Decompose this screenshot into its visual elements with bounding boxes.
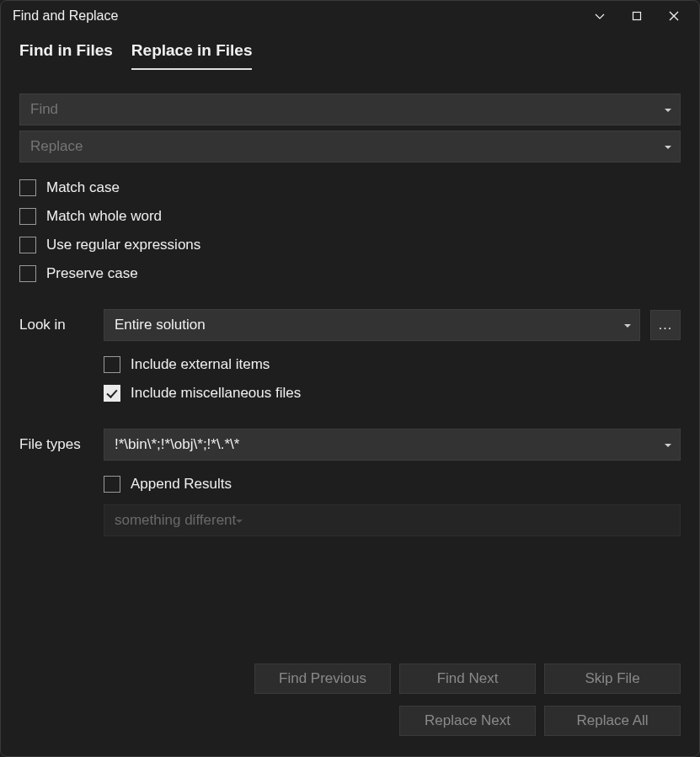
tab-replace-in-files[interactable]: Replace in Files [131, 41, 253, 70]
checkbox-icon[interactable] [19, 265, 36, 282]
replace-next-button[interactable]: Replace Next [399, 706, 536, 736]
chevron-down-icon [236, 512, 243, 529]
look-in-label: Look in [19, 317, 94, 333]
file-types-row: File types !*\bin\*;!*\obj\*;!*\.*\* [19, 429, 681, 461]
tab-find-in-files[interactable]: Find in Files [19, 41, 113, 70]
checkbox-icon[interactable] [104, 356, 120, 373]
browse-button[interactable]: ... [650, 310, 681, 340]
tab-strip: Find in Files Replace in Files [1, 31, 699, 70]
include-misc-label: Include miscellaneous files [131, 385, 301, 402]
include-external-label: Include external items [131, 356, 270, 373]
minimize-icon[interactable] [581, 3, 618, 29]
file-types-value: !*\bin\*;!*\obj\*;!*\.*\* [115, 436, 239, 453]
results-options: Append Results [104, 476, 681, 493]
action-buttons-row-2: Replace Next Replace All [254, 706, 681, 736]
find-previous-button[interactable]: Find Previous [254, 664, 391, 694]
look-in-sub-options: Include external items Include miscellan… [104, 356, 681, 402]
skip-file-button[interactable]: Skip File [544, 664, 681, 694]
match-case-option[interactable]: Match case [19, 179, 681, 196]
find-input[interactable] [30, 101, 670, 118]
use-regex-label: Use regular expressions [46, 237, 200, 253]
window-title: Find and Replace [13, 8, 581, 24]
window-controls [581, 3, 692, 29]
file-types-label: File types [19, 436, 94, 453]
action-buttons-row-1: Find Previous Find Next Skip File [254, 664, 681, 694]
preserve-case-label: Preserve case [46, 265, 138, 282]
find-next-button[interactable]: Find Next [399, 664, 536, 694]
title-bar: Find and Replace [1, 1, 699, 31]
maximize-icon[interactable] [618, 3, 655, 29]
action-buttons: Find Previous Find Next Skip File Replac… [19, 664, 681, 756]
checkbox-checked-icon[interactable] [104, 385, 120, 402]
append-results-label: Append Results [131, 476, 232, 493]
chevron-down-icon [665, 436, 671, 453]
replace-input[interactable] [30, 138, 670, 155]
use-regex-option[interactable]: Use regular expressions [19, 237, 681, 253]
preserve-case-option[interactable]: Preserve case [19, 265, 681, 282]
checkbox-icon[interactable] [104, 476, 120, 493]
include-external-option[interactable]: Include external items [104, 356, 681, 373]
chevron-down-icon [624, 317, 631, 333]
look-in-row: Look in Entire solution ... [19, 309, 681, 341]
svg-rect-0 [633, 13, 641, 20]
dialog-content: Match case Match whole word Use regular … [1, 70, 699, 756]
checkbox-icon[interactable] [19, 179, 36, 196]
checkbox-icon[interactable] [19, 237, 36, 253]
file-types-combo[interactable]: !*\bin\*;!*\obj\*;!*\.*\* [104, 429, 681, 461]
match-whole-word-label: Match whole word [46, 208, 162, 225]
look-in-combo[interactable]: Entire solution [104, 309, 640, 341]
search-options: Match case Match whole word Use regular … [19, 179, 681, 282]
look-in-value: Entire solution [115, 317, 206, 333]
close-icon[interactable] [655, 3, 692, 29]
append-results-option[interactable]: Append Results [104, 476, 681, 493]
replace-all-button[interactable]: Replace All [544, 706, 681, 736]
replace-input-combo[interactable] [19, 131, 681, 163]
checkbox-icon[interactable] [19, 208, 36, 225]
results-target-combo: something different [104, 504, 681, 536]
button-spacer [254, 706, 391, 736]
match-case-label: Match case [46, 179, 120, 196]
match-whole-word-option[interactable]: Match whole word [19, 208, 681, 225]
include-misc-option[interactable]: Include miscellaneous files [104, 385, 681, 402]
find-input-combo[interactable] [19, 93, 681, 125]
results-target-value: something different [115, 512, 236, 529]
